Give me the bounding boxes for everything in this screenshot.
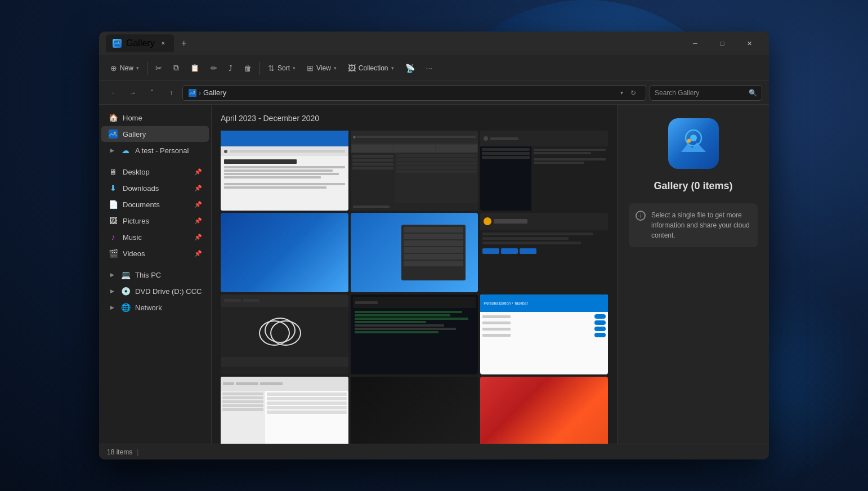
status-separator: | (137, 448, 138, 456)
toolbar-separator-1 (147, 61, 147, 75)
sort-icon: ⇅ (268, 64, 275, 73)
photo-item-9[interactable]: Personalization › Taskbar (480, 294, 608, 374)
status-bar: 18 items | (99, 444, 769, 459)
gallery-logo-svg (677, 127, 710, 160)
collection-label: Collection (359, 64, 388, 72)
cast-button[interactable]: 📡 (401, 59, 419, 77)
close-button[interactable]: ✕ (736, 34, 762, 52)
up-button[interactable]: ↑ (163, 85, 179, 101)
share-button[interactable]: ⤴ (224, 59, 237, 77)
rename-button[interactable]: ✏ (206, 59, 222, 77)
pictures-icon: 🖼 (108, 216, 118, 226)
photo-item-1[interactable] (221, 131, 348, 211)
address-bar: ← → ˅ ↑ › Gallery ▾ ↻ 🔍 (99, 81, 769, 105)
forward-button[interactable]: → (125, 85, 141, 101)
sidebar-dvd-label: DVD Drive (D:) CCC (135, 287, 202, 296)
tab-close-button[interactable]: ✕ (159, 39, 167, 47)
date-range: April 2023 - December 2020 (221, 114, 608, 123)
breadcrumb-icon (189, 89, 196, 97)
sidebar-item-atest[interactable]: ▶ ☁ A test - Personal (101, 142, 209, 158)
sidebar-music-label: Music (123, 233, 142, 242)
videos-icon: 🎬 (108, 248, 118, 258)
photo-item-8[interactable] (351, 294, 478, 374)
sort-button[interactable]: ⇅ Sort ▾ (263, 59, 300, 77)
paste-button[interactable]: 📋 (186, 59, 204, 77)
photo-item-11[interactable]: Windows 11 Pro Insider Previ... Evaluati… (351, 377, 478, 444)
sidebar-downloads-label: Downloads (123, 184, 159, 193)
sidebar-item-desktop[interactable]: 🖥 Desktop 📌 (101, 164, 209, 180)
view-label: View (316, 64, 331, 72)
info-message: i Select a single file to get more infor… (629, 203, 758, 247)
sort-dropdown-icon: ▾ (293, 65, 296, 71)
dvd-icon: 💿 (120, 286, 131, 296)
sidebar-documents-label: Documents (123, 200, 160, 209)
gallery-tab[interactable]: Gallery ✕ (106, 34, 174, 52)
expand-dvd-icon: ▶ (108, 287, 116, 295)
sidebar: 🏠 Home Gallery ▶ ☁ A test - Personal (99, 105, 212, 444)
tab-icon (113, 39, 122, 48)
svg-rect-2 (189, 89, 196, 97)
new-button[interactable]: ⊕ New ▾ (106, 59, 144, 77)
sidebar-network-label: Network (135, 303, 162, 312)
cut-button[interactable]: ✂ (151, 59, 167, 77)
pin-icon-pictures: 📌 (194, 217, 202, 225)
collection-button[interactable]: 🖼 Collection ▾ (343, 59, 399, 77)
sidebar-item-music[interactable]: ♪ Music 📌 (101, 229, 209, 245)
copy-button[interactable]: ⧉ (169, 59, 184, 77)
sidebar-item-downloads[interactable]: ⬇ Downloads 📌 (101, 180, 209, 196)
address-dropdown-icon[interactable]: ▾ (620, 90, 623, 96)
photo-item-4[interactable] (221, 213, 348, 293)
collection-icon: 🖼 (348, 64, 356, 73)
window-controls: ─ □ ✕ (682, 34, 762, 52)
svg-point-3 (194, 91, 195, 92)
rename-icon: ✏ (211, 64, 217, 73)
sidebar-item-home-label: Home (123, 114, 142, 122)
search-icon[interactable]: 🔍 (749, 89, 757, 97)
sort-label: Sort (278, 64, 290, 72)
photo-item-3[interactable] (480, 131, 608, 211)
sidebar-item-gallery[interactable]: Gallery (101, 126, 209, 142)
sidebar-item-home[interactable]: 🏠 Home (101, 110, 209, 126)
photo-item-5[interactable] (351, 213, 478, 293)
gallery-title: Gallery (0 items) (654, 180, 732, 192)
breadcrumb-separator: › (199, 89, 201, 97)
more-icon: ··· (426, 64, 433, 73)
sidebar-item-pictures[interactable]: 🖼 Pictures 📌 (101, 213, 209, 229)
view-button[interactable]: ⊞ View ▾ (302, 59, 341, 77)
search-input[interactable] (655, 89, 745, 97)
sidebar-item-documents[interactable]: 📄 Documents 📌 (101, 197, 209, 212)
refresh-button[interactable]: ↻ (627, 86, 640, 100)
network-icon: 🌐 (120, 302, 131, 313)
sidebar-item-videos[interactable]: 🎬 Videos 📌 (101, 246, 209, 261)
paste-icon: 📋 (190, 64, 199, 72)
delete-button[interactable]: 🗑 (239, 59, 256, 77)
sidebar-desktop-label: Desktop (123, 168, 150, 176)
dropdown-button[interactable]: ˅ (144, 85, 160, 101)
desktop-icon: 🖥 (108, 167, 118, 177)
toolbar-separator-2 (259, 61, 260, 75)
svg-point-8 (687, 139, 691, 143)
sidebar-videos-label: Videos (123, 249, 145, 258)
gallery-logo (668, 118, 719, 169)
photo-item-12[interactable] (480, 377, 608, 444)
back-button[interactable]: ← (106, 85, 122, 101)
tab-label: Gallery (126, 38, 155, 48)
svg-rect-4 (109, 130, 118, 139)
photo-item-10[interactable] (221, 377, 348, 444)
sidebar-item-thispc[interactable]: ▶ 💻 This PC (101, 267, 209, 283)
maximize-button[interactable]: □ (709, 34, 735, 52)
photo-item-7[interactable] (221, 294, 348, 374)
share-icon: ⤴ (229, 64, 232, 73)
sidebar-pictures-label: Pictures (123, 217, 149, 225)
breadcrumb: › Gallery (189, 88, 617, 97)
new-tab-button[interactable]: + (176, 35, 192, 51)
address-input[interactable]: › Gallery ▾ ↻ (182, 85, 646, 101)
photo-item-2[interactable] (351, 131, 478, 211)
photo-item-6[interactable] (480, 213, 608, 293)
new-label: New (120, 64, 133, 72)
more-button[interactable]: ··· (422, 59, 437, 77)
minimize-button[interactable]: ─ (682, 34, 708, 52)
sidebar-item-dvd[interactable]: ▶ 💿 DVD Drive (D:) CCC (101, 283, 209, 299)
sidebar-item-network[interactable]: ▶ 🌐 Network (101, 300, 209, 315)
new-dropdown-icon: ▾ (136, 65, 139, 71)
